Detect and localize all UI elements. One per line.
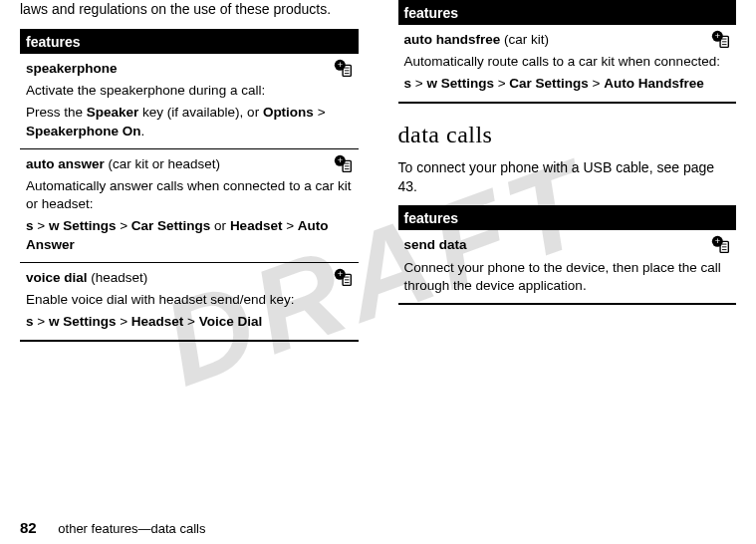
feature-subtitle: (headset)	[88, 270, 148, 285]
svg-text:+: +	[715, 237, 720, 247]
feature-path: Press the Speaker key (if available), or…	[26, 104, 353, 139]
feature-row-send-data: + send data Connect your phone to the de…	[398, 229, 737, 303]
svg-text:+: +	[715, 31, 720, 41]
feature-title: send data	[404, 237, 467, 252]
page-number: 82	[20, 519, 37, 536]
nav-key-icon: s	[404, 76, 412, 91]
table-header: features	[398, 2, 737, 24]
feature-path: s > w Settings > Car Settings or Headset…	[26, 217, 353, 253]
feature-path: s > w Settings > Headset > Voice Dial	[26, 313, 353, 331]
sim-icon: +	[710, 234, 732, 261]
features-table-left: features + speakerphone Activate the spe…	[20, 29, 359, 342]
sim-icon: +	[333, 153, 355, 180]
sim-icon: +	[333, 267, 355, 294]
feature-desc: Automatically answer calls when connecte…	[26, 177, 353, 213]
feature-desc: Connect your phone to the device, then p…	[404, 259, 731, 295]
feature-title: auto answer	[26, 156, 105, 171]
feature-title: speakerphone	[26, 61, 118, 76]
left-column: laws and regulations on the use of these…	[20, 0, 359, 508]
table-header: features	[398, 207, 737, 229]
nav-key-icon: s	[26, 218, 34, 233]
feature-row-speakerphone: + speakerphone Activate the speakerphone…	[20, 53, 359, 148]
settings-icon: w	[426, 76, 437, 91]
nav-key-icon: s	[26, 314, 34, 329]
features-table-right-2: features + send data Connect your phone …	[398, 205, 737, 305]
settings-icon: w	[49, 314, 60, 329]
feature-title: voice dial	[26, 270, 88, 285]
svg-text:+: +	[337, 60, 342, 70]
feature-subtitle: (car kit)	[500, 32, 549, 47]
feature-row-auto-answer: + auto answer (car kit or headset) Autom…	[20, 148, 359, 262]
section-heading-data-calls: data calls	[398, 122, 737, 148]
feature-title: auto handsfree	[404, 32, 501, 47]
table-header: features	[20, 31, 359, 53]
page-content: laws and regulations on the use of these…	[0, 0, 756, 508]
svg-text:+: +	[337, 269, 342, 279]
right-column: features + auto handsfree (car kit) Auto…	[398, 0, 737, 508]
feature-desc: Enable voice dial with headset send/end …	[26, 291, 353, 309]
feature-desc: Activate the speakerphone during a call:	[26, 82, 353, 100]
intro-text: laws and regulations on the use of these…	[20, 0, 359, 19]
feature-desc: Automatically route calls to a car kit w…	[404, 53, 731, 71]
footer-text: other features—data calls	[58, 521, 205, 536]
feature-row-auto-handsfree: + auto handsfree (car kit) Automatically…	[398, 24, 737, 102]
sim-icon: +	[710, 29, 732, 56]
settings-icon: w	[49, 218, 60, 233]
feature-path: s > w Settings > Car Settings > Auto Han…	[404, 75, 731, 93]
svg-text:+: +	[337, 155, 342, 165]
features-table-right-1: features + auto handsfree (car kit) Auto…	[398, 0, 737, 104]
sim-icon: +	[333, 58, 355, 85]
section-intro: To connect your phone with a USB cable, …	[398, 158, 737, 196]
feature-subtitle: (car kit or headset)	[105, 156, 220, 171]
feature-row-voice-dial: + voice dial (headset) Enable voice dial…	[20, 262, 359, 340]
page-footer: 82 other features—data calls	[20, 519, 205, 536]
